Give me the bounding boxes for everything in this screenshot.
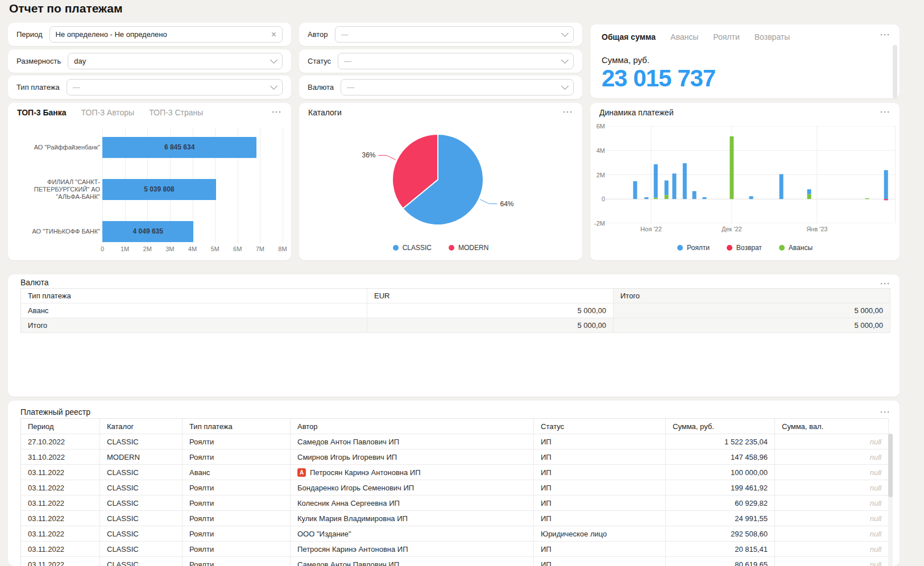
table-row[interactable]: 03.11.2022CLASSICРоялтиКолесник Анна Сер… <box>21 496 889 511</box>
column-header: Тип платежа <box>21 289 367 303</box>
advance-bar-segment[interactable] <box>807 194 811 199</box>
summary-tab-0[interactable]: Общая сумма <box>602 32 656 41</box>
royalty-bar-segment[interactable] <box>693 191 697 199</box>
table-row[interactable]: 03.11.2022CLASSICАвансАПетросян Каринэ А… <box>21 465 889 480</box>
cell-text: Роялти <box>189 453 214 461</box>
table-row[interactable]: 03.11.2022CLASSICРоялтиСамедов Антон Пав… <box>21 557 889 566</box>
royalty-bar-segment[interactable] <box>633 181 637 199</box>
cell-text: 292 508,60 <box>731 530 768 538</box>
table-row[interactable]: 03.11.2022CLASSICРоялтиБондаренко Игорь … <box>21 480 889 496</box>
table-row[interactable]: 27.10.2022CLASSICРоялтиСамедов Антон Пав… <box>21 434 889 450</box>
summary-card: Общая суммаАвансыРоялтиВозвраты ⋯ Сумма,… <box>590 24 900 98</box>
table-row[interactable]: 03.11.2022CLASSICРоялтиКулик Мария Влади… <box>21 511 889 526</box>
table-cell: АПетросян Каринэ Антоновна ИП <box>291 465 534 480</box>
royalty-bar-segment[interactable] <box>780 174 784 199</box>
catalogs-card: Каталоги ⋯ 64%36% CLASSICMODERN <box>299 103 582 260</box>
registry-scrollbar-thumb[interactable] <box>888 434 893 497</box>
table-cell: Роялти <box>183 557 291 566</box>
currency-label: Валюта <box>308 83 334 91</box>
legend-item-авансы[interactable]: Авансы <box>779 244 813 252</box>
chevron-down-icon <box>270 56 277 64</box>
summary-menu-icon[interactable]: ⋯ <box>880 28 890 42</box>
cell-text: 60 929,82 <box>735 499 768 507</box>
bar[interactable]: 5 039 808 <box>102 179 216 200</box>
cell-text: Роялти <box>189 438 214 446</box>
table-cell: ИП <box>534 542 666 557</box>
period-input[interactable]: Не определено - Не определено × <box>49 26 283 43</box>
cell-text: 31.10.2022 <box>28 453 65 461</box>
cell-text: ООО "Издание" <box>297 530 351 538</box>
summary-tab-3[interactable]: Возвраты <box>755 32 790 41</box>
catalogs-pie-chart: 64%36% <box>299 118 582 243</box>
cell-text: Юридическое лицо <box>541 530 607 538</box>
summary-tab-2[interactable]: Роялти <box>713 32 740 41</box>
table-row[interactable]: 03.11.2022CLASSICРоялтиПетросян Каринэ А… <box>21 542 889 557</box>
refund-bar-segment[interactable] <box>884 199 888 200</box>
top3-menu-icon[interactable]: ⋯ <box>271 105 282 119</box>
table-cell: Роялти <box>183 542 291 557</box>
table-row[interactable]: 31.10.2022MODERNРоялтиСмирнов Игорь Игор… <box>21 450 889 465</box>
summary-scrollbar[interactable] <box>893 45 897 98</box>
legend-item-роялти[interactable]: Роялти <box>677 244 710 252</box>
cell-text: MODERN <box>107 453 140 461</box>
top3-tab-1[interactable]: ТОП-3 Авторы <box>81 108 135 117</box>
currency-select[interactable]: — <box>341 79 574 95</box>
royalty-bar-segment[interactable] <box>807 189 811 194</box>
table-cell: Роялти <box>183 480 291 496</box>
cell-text: ИП <box>541 499 552 507</box>
table-row[interactable]: 03.11.2022CLASSICРоялтиООО "Издание"Юрид… <box>21 526 889 542</box>
table-cell: Итого <box>21 318 367 333</box>
advance-bar-segment[interactable] <box>730 136 734 199</box>
advance-bar-segment[interactable] <box>654 198 658 199</box>
currency-value: — <box>347 83 562 91</box>
table-cell: 292 508,60 <box>666 526 775 542</box>
royalty-bar-segment[interactable] <box>672 173 676 199</box>
cell-text: CLASSIC <box>107 545 139 553</box>
payment-type-select[interactable]: — <box>67 79 283 95</box>
table-cell: Юридическое лицо <box>534 526 666 542</box>
dimension-select[interactable]: day <box>68 53 283 69</box>
filter-payment-type: Тип платежа — <box>8 76 291 99</box>
royalty-bar-segment[interactable] <box>884 170 888 199</box>
bar-category-label: ФИЛИАЛ "САНКТ-ПЕТЕРБУРГСКИЙ" АО "АЛЬФА-Б… <box>10 178 100 201</box>
page-title: Отчет по платежам <box>9 2 122 15</box>
royalty-bar-segment[interactable] <box>654 164 658 198</box>
table-cell: CLASSIC <box>100 542 183 557</box>
top3-tab-2[interactable]: ТОП-3 Страны <box>149 108 203 117</box>
cell-text: ИП <box>541 438 552 446</box>
y-tick-label: 0 <box>590 195 605 202</box>
bar[interactable]: 6 845 634 <box>102 137 256 158</box>
royalty-bar-segment[interactable] <box>683 163 687 199</box>
x-tick-label: 1M <box>121 245 129 252</box>
royalty-bar-segment[interactable] <box>749 196 753 199</box>
royalty-bar-segment[interactable] <box>644 197 648 199</box>
registry-menu-icon[interactable]: ⋯ <box>880 405 890 419</box>
legend-item-modern[interactable]: MODERN <box>449 244 488 252</box>
chevron-down-icon <box>561 82 569 90</box>
advance-bar-segment[interactable] <box>865 198 869 199</box>
status-select[interactable]: — <box>338 53 574 69</box>
cell-text: 20 815,41 <box>735 545 768 553</box>
advance-bar-segment[interactable] <box>665 195 669 199</box>
table-cell: Петросян Каринэ Антоновна ИП <box>291 542 534 557</box>
cell-text: ИП <box>541 468 552 477</box>
pie-percent-label: 36% <box>362 151 375 159</box>
cell-text: Смирнов Игорь Игоревич ИП <box>297 453 397 461</box>
author-select[interactable]: — <box>335 26 574 43</box>
royalty-bar-segment[interactable] <box>665 181 669 195</box>
clear-icon[interactable]: × <box>268 30 276 39</box>
table-cell: Роялти <box>183 434 291 450</box>
bar[interactable]: 4 049 635 <box>102 221 193 242</box>
author-label: Автор <box>308 30 328 39</box>
cell-text: Роялти <box>189 530 214 538</box>
table-cell: null <box>775 511 889 526</box>
top3-tab-0[interactable]: ТОП-3 Банка <box>17 108 67 117</box>
summary-tab-1[interactable]: Авансы <box>670 32 698 41</box>
royalty-bar-segment[interactable] <box>702 197 706 199</box>
legend-item-возврат[interactable]: Возврат <box>727 244 762 252</box>
table-cell: 31.10.2022 <box>21 450 100 465</box>
table-cell: 5 000,00 <box>614 303 890 318</box>
table-cell: ИП <box>534 450 666 465</box>
legend-item-classic[interactable]: CLASSIC <box>393 244 432 252</box>
filter-dimension: Размерность day <box>8 49 291 73</box>
